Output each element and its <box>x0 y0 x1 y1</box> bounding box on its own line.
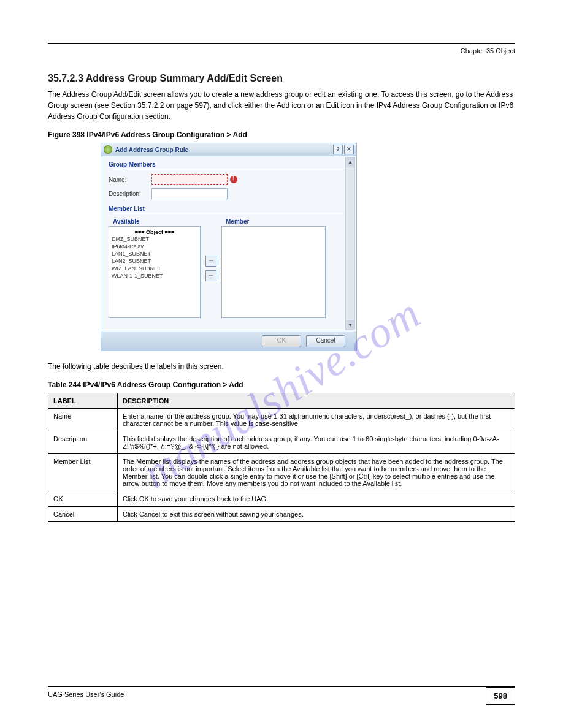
dialog-titlebar: Add Address Group Rule ? ✕ <box>101 143 356 156</box>
list-item[interactable]: WIZ_LAN_SUBNET <box>112 265 197 272</box>
member-list-heading: Member List <box>109 205 344 214</box>
table-header: LABEL <box>48 393 118 409</box>
remove-member-button[interactable]: ← <box>205 270 216 281</box>
available-title: Available <box>111 218 142 225</box>
object-divider: === Object === <box>112 229 197 235</box>
name-input[interactable] <box>151 174 228 185</box>
cancel-button[interactable]: Cancel <box>306 335 345 347</box>
section-heading: 35.7.2.3 Address Group Summary Add/Edit … <box>48 73 515 84</box>
dialog-add-address-group: Add Address Group Rule ? ✕ ▲ ▼ Group Mem… <box>101 143 357 351</box>
section-intro: The Address Group Add/Edit screen allows… <box>48 89 515 122</box>
description-table: LABEL DESCRIPTION Name Enter a name for … <box>48 393 515 522</box>
list-item[interactable]: IP6to4-Relay <box>112 243 197 250</box>
table-row: Name Enter a name for the address group.… <box>48 409 515 431</box>
list-item[interactable]: WLAN-1-1_SUBNET <box>112 272 197 279</box>
add-member-button[interactable]: → <box>205 256 216 267</box>
member-title: Member <box>224 218 251 225</box>
cell-desc: Click Cancel to exit this screen without… <box>118 507 515 522</box>
table-row: Member List The Member list displays the… <box>48 454 515 491</box>
page-number: 598 <box>486 687 515 705</box>
cell-desc: The Member list displays the names of th… <box>118 454 515 491</box>
cell-label: OK <box>48 491 118 507</box>
page-header: Chapter 35 Object <box>48 47 515 55</box>
table-row: Description This field displays the desc… <box>48 431 515 454</box>
table-caption: Table 244 IPv4/IPv6 Address Group Config… <box>48 381 515 389</box>
list-item[interactable]: DMZ_SUBNET <box>112 235 197 243</box>
list-item[interactable]: LAN2_SUBNET <box>112 257 197 265</box>
cell-desc: This field displays the description of e… <box>118 431 515 454</box>
figure-caption: Figure 398 IPv4/IPv6 Address Group Confi… <box>48 131 515 139</box>
description-label: Description: <box>109 191 151 197</box>
name-label: Name: <box>109 176 151 183</box>
cell-label: Member List <box>48 454 118 491</box>
error-icon <box>230 176 237 183</box>
group-members-heading: Group Members <box>109 161 344 170</box>
scroll-down[interactable]: ▼ <box>346 320 354 330</box>
cell-desc: Click OK to save your changes back to th… <box>118 491 515 507</box>
dialog-icon <box>104 145 112 154</box>
cell-label: Description <box>48 431 118 454</box>
cell-desc: Enter a name for the address group. You … <box>118 409 515 431</box>
description-input[interactable] <box>151 188 228 199</box>
close-button[interactable]: ✕ <box>344 145 354 154</box>
scroll-up[interactable]: ▲ <box>346 158 354 167</box>
table-header: DESCRIPTION <box>118 393 515 409</box>
cell-label: Name <box>48 409 118 431</box>
ok-button[interactable]: OK <box>262 335 301 347</box>
member-listbox[interactable] <box>221 226 326 318</box>
dialog-title-text: Add Address Group Rule <box>115 146 188 153</box>
help-button[interactable]: ? <box>333 145 343 154</box>
list-item[interactable]: LAN1_SUBNET <box>112 250 197 257</box>
table-row: OK Click OK to save your changes back to… <box>48 491 515 507</box>
table-row: Cancel Click Cancel to exit this screen … <box>48 507 515 522</box>
footer-text: UAG Series User's Guide <box>48 691 124 698</box>
dialog-scrollbar[interactable]: ▲ ▼ <box>345 157 355 330</box>
table-intro: The following table describes the labels… <box>48 361 515 372</box>
available-listbox[interactable]: === Object === DMZ_SUBNET IP6to4-Relay L… <box>109 226 201 318</box>
cell-label: Cancel <box>48 507 118 522</box>
